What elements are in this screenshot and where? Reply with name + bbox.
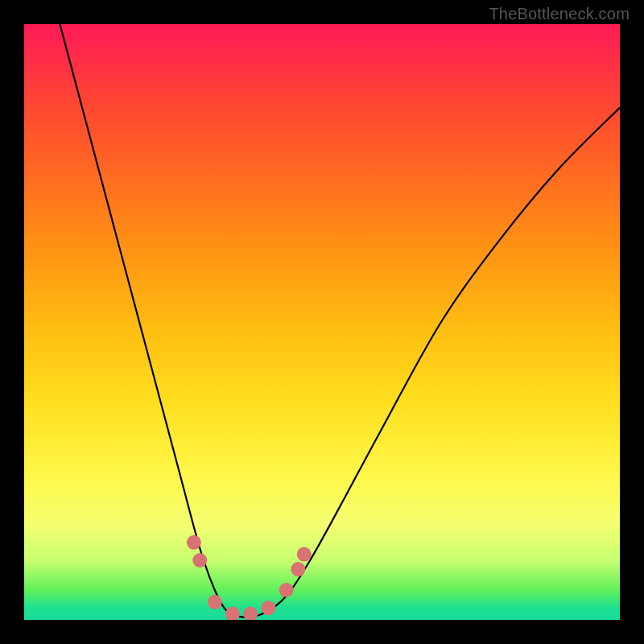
plot-area <box>24 24 620 620</box>
watermark-text: TheBottleneck.com <box>489 5 630 23</box>
highlight-point <box>192 553 207 568</box>
highlight-point <box>187 535 201 550</box>
highlight-point <box>208 595 222 609</box>
highlight-markers <box>187 535 312 620</box>
highlight-point <box>291 562 305 576</box>
highlight-point <box>261 601 275 615</box>
highlight-point <box>297 547 312 562</box>
highlight-point <box>279 583 294 597</box>
highlight-point <box>243 607 258 620</box>
outer-frame: TheBottleneck.com <box>0 0 644 644</box>
bottleneck-curve <box>60 24 620 617</box>
curve-svg <box>24 24 620 620</box>
highlight-point <box>225 607 240 620</box>
